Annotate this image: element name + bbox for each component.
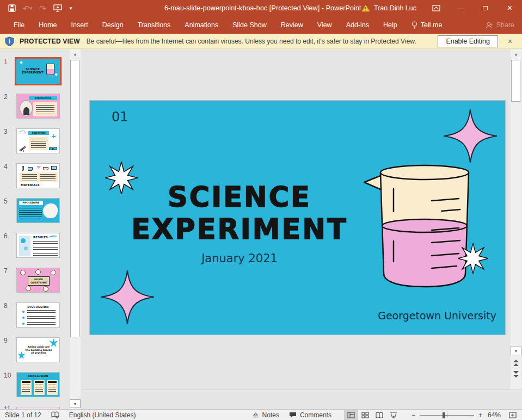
protected-view-banner: PROTECTED VIEW Be careful—files from the… [0, 34, 522, 49]
start-slideshow-icon[interactable] [53, 4, 63, 12]
thumbnail-art [20, 270, 26, 275]
slideshow-view-button[interactable] [386, 410, 401, 420]
language-indicator[interactable]: English (United States) [64, 410, 141, 420]
tab-animations[interactable]: Animations [177, 16, 225, 34]
thumbnail-slide-9[interactable]: Amino acids are the building blocks of p… [16, 337, 60, 362]
zoom-level[interactable]: 64% [484, 410, 504, 420]
thumbnail-art [21, 380, 32, 395]
shield-icon [5, 36, 14, 46]
beaker-illustration [362, 159, 472, 291]
main-scrollbar-thumb[interactable] [511, 60, 520, 102]
thumb-number-9: 9 [4, 337, 8, 344]
maximize-button[interactable] [473, 0, 498, 16]
thumbnail-slide-6[interactable]: RESULTS [16, 233, 60, 258]
ribbon-tab-bar: File Home Insert Design Transitions Anim… [0, 16, 522, 34]
lightbulb-icon [412, 21, 417, 29]
zoom-slider[interactable] [420, 410, 474, 420]
comment-icon [289, 412, 297, 418]
slide-1-editor[interactable]: 01 SCIENCEEXPERIMENT January 2021 [90, 101, 505, 335]
close-button[interactable]: × [498, 0, 522, 16]
scroll-down-icon[interactable]: ▼ [70, 399, 81, 408]
normal-view-button[interactable] [344, 410, 358, 420]
scroll-down-icon[interactable]: ▼ [511, 347, 521, 355]
tab-design[interactable]: Design [95, 16, 131, 34]
tab-view[interactable]: View [310, 16, 339, 34]
scroll-up-icon[interactable]: ▲ [70, 50, 81, 59]
zoom-in-button[interactable]: + [476, 410, 484, 420]
slide-date-text: January 2021 [101, 252, 378, 265]
redo-icon: ↷ [39, 4, 46, 13]
thumb-number-5: 5 [4, 197, 8, 205]
thumbnail-art [20, 100, 33, 116]
banner-message: Be careful—files from the Internet can c… [87, 38, 416, 45]
ribbon-display-options-icon[interactable] [424, 0, 449, 16]
undo-icon: ↶▾ [23, 4, 32, 13]
thumb-number-6: 6 [4, 232, 8, 240]
minimize-button[interactable]: — [449, 0, 473, 16]
thumb-number-2: 2 [4, 93, 8, 101]
spellcheck-icon[interactable] [46, 410, 64, 420]
customize-qat-icon[interactable]: ▾ [70, 6, 72, 11]
save-icon[interactable] [8, 4, 16, 12]
pink-sparkle-icon [443, 108, 498, 164]
banner-label: PROTECTED VIEW [20, 38, 80, 45]
enable-editing-button[interactable]: Enable Editing [438, 35, 498, 47]
slide-sorter-view-button[interactable] [358, 410, 372, 420]
tab-file[interactable]: File [7, 16, 32, 34]
thumb-number-3: 3 [4, 128, 8, 135]
reading-view-button[interactable] [372, 410, 386, 420]
tab-transitions[interactable]: Transitions [131, 16, 178, 34]
thumb-number-1: 1 [4, 58, 8, 66]
previous-slide-button[interactable] [511, 359, 521, 368]
slide-indicator[interactable]: Slide 1 of 12 [0, 410, 46, 420]
glasses-art [53, 147, 57, 150]
title-bar: ↶▾ ↷ ▾ 6-mau-slide-powerpoint-khoa-hoc [… [0, 0, 522, 16]
thumbnail-slide-2[interactable]: INTRODUCTION [16, 94, 60, 119]
window-title: 6-mau-slide-powerpoint-khoa-hoc [Protect… [164, 4, 361, 12]
status-bar: Slide 1 of 12 English (United States) No… [0, 409, 522, 420]
thumb-number-4: 4 [4, 163, 8, 170]
zoom-out-button[interactable]: − [409, 410, 417, 420]
tab-home[interactable]: Home [32, 16, 64, 34]
thumbnail-art: SCIENCEEXPERIMENT [20, 67, 46, 74]
notes-pane-divider[interactable] [82, 390, 522, 390]
comments-toggle[interactable]: Comments [284, 410, 336, 420]
notes-icon [252, 412, 259, 418]
notes-toggle[interactable]: Notes [247, 410, 284, 420]
thumbnail-slide-4[interactable]: MATERIALS [16, 163, 60, 188]
white-star-icon [458, 243, 488, 274]
tab-review[interactable]: Review [274, 16, 310, 34]
warning-icon [361, 4, 370, 12]
editing-canvas: 01 SCIENCEEXPERIMENT January 2021 [82, 49, 522, 409]
thumbnail-slide-7[interactable]: GUIDEQUESTIONS [16, 268, 60, 293]
zoom-slider-thumb[interactable] [443, 412, 445, 418]
tab-insert[interactable]: Insert [64, 16, 95, 34]
scroll-up-icon[interactable]: ▲ [511, 50, 521, 59]
thumbnail-slide-3[interactable]: OBJECTIVES [16, 128, 60, 153]
thumbnail-art [46, 64, 54, 75]
tell-me-box[interactable]: Tell me [404, 16, 450, 34]
thumbnail-scrollbar[interactable]: ▲ ▼ [70, 49, 81, 409]
banner-close-icon[interactable]: × [498, 37, 522, 46]
slide-thumbnail-panel: 1 SCIENCEEXPERIMENT 2 INTRODUCTION 3 OBJ… [0, 49, 82, 409]
tab-help[interactable]: Help [376, 16, 404, 34]
thumbnail-art [22, 311, 24, 313]
pink-sparkle-icon [100, 269, 155, 325]
fit-to-window-button[interactable] [504, 410, 522, 420]
thumbnail-slide-1[interactable]: SCIENCEEXPERIMENT [16, 59, 60, 84]
next-slide-button[interactable] [511, 369, 521, 379]
share-button[interactable]: Share [486, 16, 514, 34]
thumbnail-art: PROCEDURE [19, 201, 43, 205]
thumbnail-slide-8[interactable]: DISCUSSION [16, 302, 60, 328]
tab-slideshow[interactable]: Slide Show [225, 16, 274, 34]
thumbnail-scrollbar-thumb[interactable] [70, 60, 79, 337]
thumb-number-8: 8 [4, 302, 8, 310]
quick-access-toolbar: ↶▾ ↷ ▾ [0, 4, 72, 13]
thumb-number-7: 7 [4, 267, 8, 275]
thumbnail-slide-10[interactable]: CONCLUSION [16, 372, 60, 397]
thumbnail-slide-5[interactable]: PROCEDURE [16, 198, 60, 223]
account-area[interactable]: Tran Dinh Luc [354, 0, 424, 16]
account-name: Tran Dinh Luc [374, 4, 416, 12]
tab-addins[interactable]: Add-ins [339, 16, 376, 34]
slide-number-text: 01 [112, 109, 128, 125]
